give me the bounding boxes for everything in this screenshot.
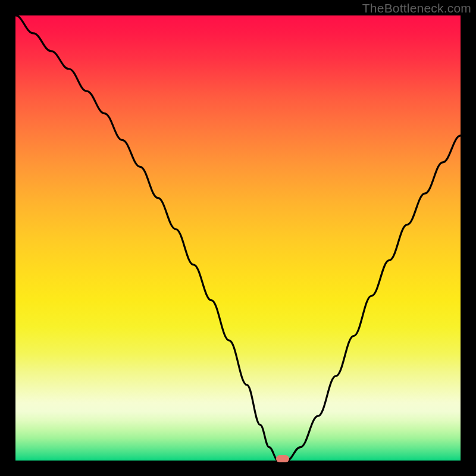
chart-frame: [15, 15, 461, 461]
bottleneck-marker: [276, 455, 289, 462]
bottleneck-curve: [15, 15, 461, 461]
attribution-label: TheBottleneck.com: [362, 1, 471, 15]
